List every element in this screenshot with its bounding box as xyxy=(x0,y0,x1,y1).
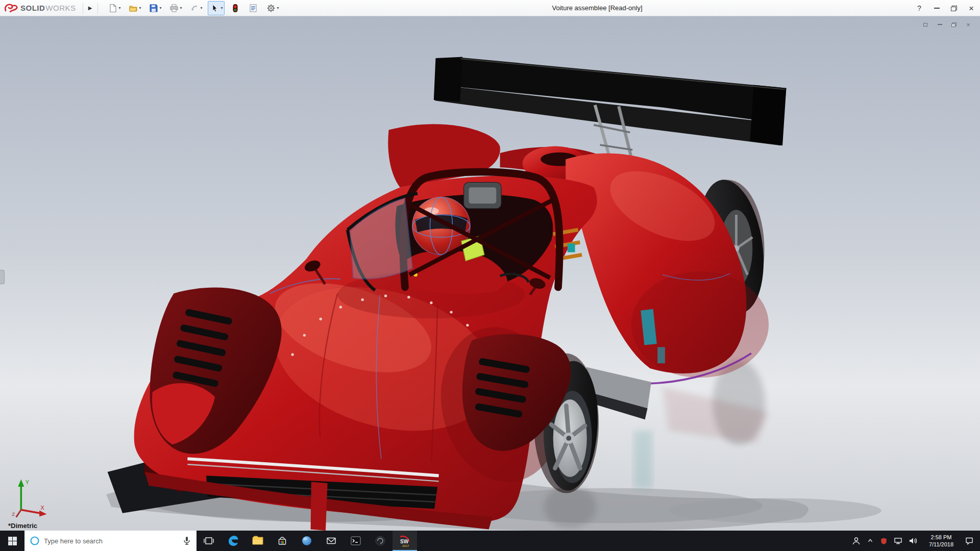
system-tray: 2:58 PM 7/11/2018 xyxy=(849,531,980,551)
microphone-icon[interactable] xyxy=(182,536,191,546)
taskbar-search[interactable] xyxy=(24,531,197,551)
triad-z-label: Z xyxy=(12,511,15,517)
dropdown-caret[interactable]: ▾ xyxy=(119,6,121,10)
volume-tray-button[interactable] xyxy=(905,531,921,551)
dropdown-caret[interactable]: ▾ xyxy=(277,6,279,10)
brand-solid: SOLID xyxy=(20,4,45,12)
network-icon xyxy=(894,537,902,545)
doc-menu-button[interactable] xyxy=(921,20,930,29)
command-prompt-icon xyxy=(350,535,362,547)
restore-icon xyxy=(951,6,957,11)
red-shield-icon xyxy=(880,537,888,545)
security-tray-button[interactable] xyxy=(877,531,891,551)
clock-time: 2:58 PM xyxy=(931,534,952,541)
dropdown-caret[interactable]: ▾ xyxy=(139,6,141,10)
task-view-button[interactable] xyxy=(197,531,221,551)
solidworks-logo: SOLID WORKS xyxy=(4,0,80,16)
dropdown-caret[interactable]: ▾ xyxy=(160,6,162,10)
people-tray-button[interactable] xyxy=(849,531,864,551)
new-document-group: ▾ xyxy=(106,1,122,15)
undo-button[interactable] xyxy=(189,3,200,14)
minimize-button[interactable] xyxy=(928,0,945,16)
select-tool-button[interactable] xyxy=(209,3,220,14)
circular-app-button[interactable] xyxy=(368,531,393,551)
document-window-controls: × xyxy=(921,20,973,29)
options-group: ▾ xyxy=(264,1,281,15)
save-button[interactable] xyxy=(148,3,159,14)
titlebar-left: SOLID WORKS ▶ ▾ xyxy=(0,0,284,16)
3d-scene[interactable] xyxy=(0,16,980,531)
triad-y-label: Y xyxy=(26,479,29,485)
menu-flyout-button[interactable]: ▶ xyxy=(86,2,95,14)
dropdown-caret[interactable]: ▾ xyxy=(180,6,182,10)
blue-sphere-icon xyxy=(301,535,313,547)
select-group: ▾ xyxy=(208,1,225,15)
undo-group: ▾ xyxy=(187,1,204,15)
print-button[interactable] xyxy=(168,3,180,14)
action-center-button[interactable] xyxy=(962,531,977,551)
file-properties-icon xyxy=(249,4,258,13)
store-button[interactable] xyxy=(270,531,295,551)
doc-restore-button[interactable] xyxy=(949,20,959,29)
options-button[interactable] xyxy=(265,3,277,14)
file-explorer-button[interactable] xyxy=(246,531,270,551)
search-input[interactable] xyxy=(44,537,178,545)
file-explorer-icon xyxy=(252,535,264,547)
help-button[interactable]: ? xyxy=(911,0,928,16)
windows-logo-icon xyxy=(8,537,17,545)
square-icon xyxy=(923,23,927,27)
rebuild-trafficlight-icon xyxy=(231,4,240,13)
solidworks-2017-icon: SW 2017 xyxy=(398,534,411,547)
chevron-up-icon xyxy=(867,537,874,544)
start-button[interactable] xyxy=(0,531,24,551)
printer-icon xyxy=(169,4,179,13)
close-button[interactable]: × xyxy=(963,0,980,16)
window-controls: ? × xyxy=(911,0,980,16)
window-title: Voiture assemblee [Read-only] xyxy=(531,0,664,16)
taskbar: SW 2017 xyxy=(0,531,980,551)
browser-sphere-button[interactable] xyxy=(295,531,319,551)
mail-button[interactable] xyxy=(319,531,344,551)
rebuild-button[interactable] xyxy=(230,3,241,14)
triad-x-label: X xyxy=(41,505,44,511)
panel-collapse-handle[interactable] xyxy=(0,270,5,284)
rebuild-group xyxy=(228,1,242,15)
store-bag-icon xyxy=(277,535,288,546)
edge-icon xyxy=(227,535,239,547)
doc-minimize-button[interactable] xyxy=(935,20,944,29)
minimize-icon xyxy=(938,24,942,25)
restore-button[interactable] xyxy=(945,0,963,16)
clock[interactable]: 2:58 PM 7/11/2018 xyxy=(921,531,962,551)
svg-text:2017: 2017 xyxy=(402,544,409,547)
orientation-triad: Y X Z xyxy=(11,474,48,518)
save-group: ▾ xyxy=(146,1,163,15)
viewport-3d[interactable]: × Y X Z *Dimetric xyxy=(0,16,980,531)
doc-close-button[interactable]: × xyxy=(964,20,973,29)
ds-logo-icon xyxy=(4,3,18,13)
mail-icon xyxy=(326,535,337,546)
edge-button[interactable] xyxy=(221,531,246,551)
open-button[interactable] xyxy=(128,3,139,14)
brand-works: WORKS xyxy=(45,4,76,12)
dropdown-caret[interactable]: ▾ xyxy=(221,6,223,10)
gear-icon xyxy=(266,4,276,13)
command-prompt-button[interactable] xyxy=(344,531,368,551)
undo-arrow-icon xyxy=(190,4,199,13)
select-cursor-icon xyxy=(210,4,219,13)
cortana-icon xyxy=(30,536,40,546)
separator xyxy=(83,3,83,14)
hidden-icons-button[interactable] xyxy=(864,531,877,551)
minimize-icon xyxy=(934,8,940,9)
dropdown-caret[interactable]: ▾ xyxy=(201,6,203,10)
task-view-icon xyxy=(203,535,214,546)
network-tray-button[interactable] xyxy=(891,531,905,551)
file-properties-button[interactable] xyxy=(248,3,259,14)
titlebar: SOLID WORKS ▶ ▾ xyxy=(0,0,980,16)
new-document-button[interactable] xyxy=(107,3,118,14)
separator xyxy=(97,3,98,14)
new-document-icon xyxy=(108,4,117,13)
dark-circle-app-icon xyxy=(374,535,386,547)
solidworks-app-button[interactable]: SW 2017 xyxy=(393,531,417,551)
action-center-icon xyxy=(965,536,974,545)
people-icon xyxy=(852,537,861,545)
